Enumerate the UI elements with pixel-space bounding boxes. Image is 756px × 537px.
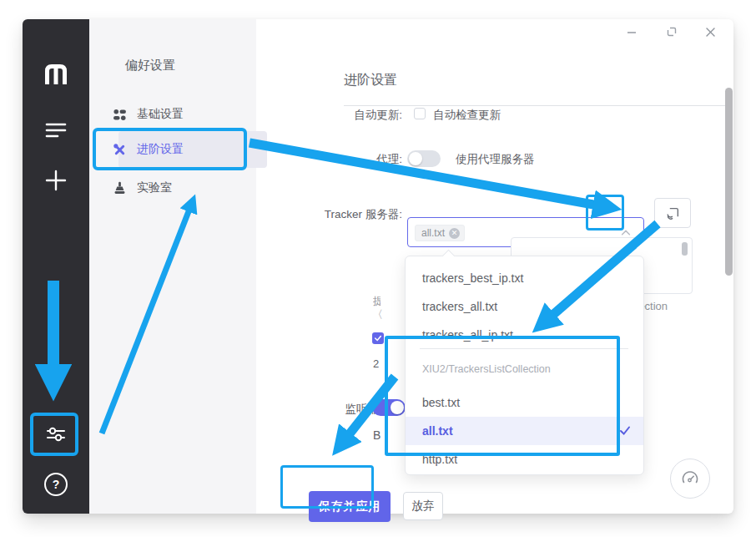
task-list-glyph (45, 121, 67, 139)
auto-check-update-checkbox[interactable] (414, 108, 426, 119)
sync-tracker-icon (666, 206, 680, 220)
preferences-panel: 偏好设置 基础设置 进阶设置 (89, 19, 256, 514)
hint-fragment-left2: 〈 (372, 307, 383, 322)
add-task-icon[interactable] (23, 170, 89, 191)
page-title: 进阶设置 (344, 72, 397, 89)
discard-button[interactable]: 放弃 (403, 492, 443, 520)
annotation-box-settings-icon (30, 413, 78, 456)
motrix-m-logo-icon (43, 63, 68, 86)
menu-label-basic: 基础设置 (137, 107, 184, 122)
basic-settings-icon (113, 108, 127, 122)
title-divider (344, 105, 728, 106)
proxy-label: 代理: (279, 152, 402, 167)
dropdown-item[interactable]: trackers_all.txt (406, 292, 643, 321)
maximize-button[interactable] (665, 25, 678, 38)
dropdown-item[interactable]: trackers_best_ip.txt (406, 264, 643, 292)
maximize-icon (667, 27, 677, 37)
annotation-box-dropdown-group (385, 336, 620, 456)
proxy-toggle-knob (409, 152, 422, 165)
sidebar-item-lab[interactable]: 实验室 (113, 179, 172, 197)
task-list-icon[interactable] (23, 121, 89, 139)
app-window: ? 偏好设置 基础设置 (23, 19, 733, 514)
close-button[interactable] (703, 25, 717, 38)
bt-fragment: B (373, 428, 381, 442)
auto-sync-checkbox-checked[interactable] (372, 332, 384, 344)
textarea-scrollbar[interactable] (682, 242, 688, 256)
annotation-box-chevron (586, 195, 624, 231)
hint-fragment-left1: 提 (373, 294, 381, 307)
motrix-logo (23, 63, 89, 86)
annotation-box-save-button (280, 465, 374, 509)
auto-update-label: 自动更新: (279, 108, 402, 123)
check-icon (374, 334, 382, 342)
tracker-tag: all.txt ✕ (415, 225, 465, 241)
check-icon (619, 425, 631, 437)
proxy-toggle[interactable] (407, 150, 441, 167)
speed-gauge-icon (680, 469, 700, 489)
help-glyph: ? (44, 473, 68, 496)
lab-icon (113, 181, 127, 195)
speed-gauge-button[interactable] (670, 458, 710, 499)
auto-check-update-text[interactable]: 自动检查更新 (433, 108, 501, 123)
minimize-button[interactable] (625, 25, 638, 38)
help-icon[interactable]: ? (23, 473, 89, 496)
tracker-label: Tracker 服务器: (279, 207, 402, 222)
proxy-text: 使用代理服务器 (456, 152, 535, 167)
sidebar-item-basic-settings[interactable]: 基础设置 (113, 105, 184, 124)
preferences-title: 偏好设置 (125, 58, 175, 73)
menu-label-lab: 实验室 (137, 180, 172, 195)
sync-info-fragment: 2 (373, 357, 379, 370)
annotation-box-advanced-menu (93, 128, 247, 170)
sync-tracker-button[interactable] (654, 198, 691, 228)
window-scrollbar[interactable] (725, 88, 733, 276)
minimize-icon (627, 27, 637, 37)
close-icon (705, 27, 716, 38)
tracker-tag-text: all.txt (421, 227, 445, 239)
tag-close-icon[interactable]: ✕ (449, 228, 460, 239)
plus-glyph (45, 170, 67, 191)
